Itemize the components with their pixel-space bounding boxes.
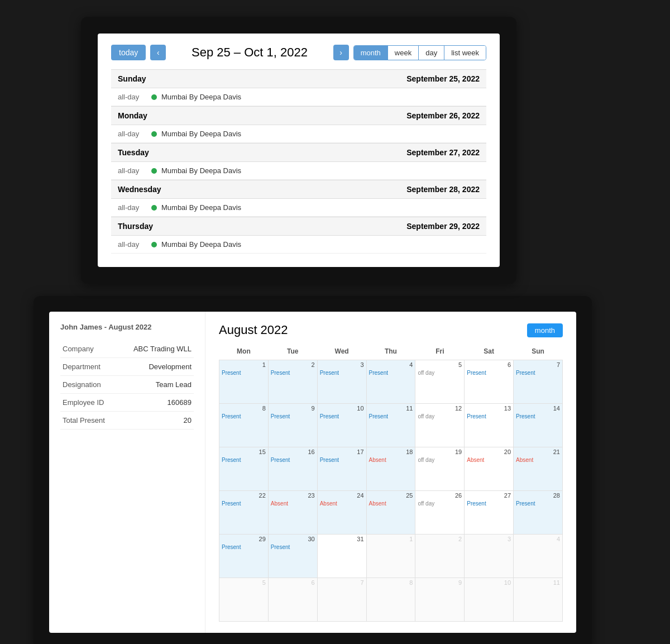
event-dot-icon (151, 168, 157, 174)
info-row: DepartmentDevelopment (60, 358, 194, 376)
cell-number: 29 (222, 536, 266, 542)
day-cell: 3 (465, 535, 514, 578)
cell-status: Present (222, 456, 266, 464)
day-cell: 26off day (415, 491, 465, 535)
cell-number: 1 (369, 536, 413, 542)
top-card: today ‹ Sep 25 – Oct 1, 2022 › month wee… (81, 17, 516, 284)
day-cell: 13Present (465, 404, 514, 447)
cell-number: 1 (222, 361, 266, 368)
info-label: Employee ID (60, 394, 121, 412)
prev-button[interactable]: ‹ (150, 45, 166, 60)
cell-number: 15 (222, 449, 266, 455)
week-row: 29Present30Present311234 (219, 535, 563, 578)
day-cell: 9Present (268, 404, 317, 447)
cell-status: Present (320, 369, 364, 376)
event-title: Mumbai By Deepa Davis (161, 203, 241, 212)
info-label: Company (60, 340, 121, 358)
cell-number: 25 (369, 492, 413, 499)
day-cell: 30Present (268, 535, 317, 578)
cell-number: 8 (369, 579, 413, 586)
day-view-button[interactable]: day (419, 46, 444, 60)
cell-number: 28 (516, 492, 560, 499)
day-cell: 10Present (317, 404, 366, 447)
cell-number: 12 (418, 405, 462, 412)
cell-number: 4 (369, 361, 413, 368)
event-time: all-day (118, 240, 151, 249)
cell-status: off day (418, 369, 462, 376)
info-value: ABC Trading WLL (121, 340, 194, 358)
cell-number: 16 (271, 449, 315, 455)
info-panel-title: John James - August 2022 (60, 323, 194, 331)
month-view-button[interactable]: month (354, 46, 388, 60)
today-button[interactable]: today (111, 45, 146, 60)
info-value: 160689 (121, 394, 194, 412)
day-cell: 11 (514, 578, 563, 622)
day-name: Tuesday (118, 148, 149, 157)
cell-number: 18 (369, 449, 413, 455)
cell-number: 23 (271, 492, 315, 499)
day-cell: 29Present (219, 535, 269, 578)
event-row[interactable]: all-dayMumbai By Deepa Davis (111, 125, 486, 143)
day-cell: 1 (366, 535, 415, 578)
day-cell: 8Present (219, 404, 269, 447)
cell-number: 9 (418, 579, 462, 586)
events-list: SundaySeptember 25, 2022all-dayMumbai By… (111, 69, 486, 254)
day-name: Thursday (118, 222, 153, 231)
month-button[interactable]: month (527, 323, 563, 337)
cell-number: 5 (418, 361, 462, 368)
cell-status: Present (467, 369, 511, 376)
listweek-view-button[interactable]: list week (444, 46, 486, 60)
cell-number: 26 (418, 492, 462, 499)
cell-status: Absent (467, 456, 511, 464)
day-cell: 2 (415, 535, 465, 578)
cell-status: Present (222, 413, 266, 420)
col-header: Sat (465, 345, 514, 360)
col-header: Sun (514, 345, 563, 360)
info-value: Development (121, 358, 194, 376)
cell-number: 13 (467, 405, 511, 412)
day-cell: 4Present (366, 360, 415, 404)
month-title: August 2022 (219, 323, 288, 337)
cell-status: off day (418, 413, 462, 420)
week-row: 567891011 (219, 578, 563, 622)
day-name: Wednesday (118, 185, 161, 194)
cell-number: 3 (467, 536, 511, 542)
day-cell: 27Present (465, 491, 514, 535)
event-row[interactable]: all-dayMumbai By Deepa Davis (111, 162, 486, 180)
info-label: Total Present (60, 412, 121, 430)
day-cell: 2Present (268, 360, 317, 404)
info-value: 20 (121, 412, 194, 430)
cell-status: Present (467, 413, 511, 420)
event-dot-icon (151, 94, 157, 100)
cell-status: Absent (369, 456, 413, 464)
event-row[interactable]: all-dayMumbai By Deepa Davis (111, 88, 486, 106)
info-table: CompanyABC Trading WLLDepartmentDevelopm… (60, 340, 194, 430)
col-header: Fri (415, 345, 465, 360)
date-range-title: Sep 25 – Oct 1, 2022 (170, 45, 328, 60)
cell-number: 2 (418, 536, 462, 542)
day-cell: 8 (366, 578, 415, 622)
week-view-button[interactable]: week (388, 46, 419, 60)
cell-number: 4 (516, 536, 560, 542)
day-cell: 19off day (415, 447, 465, 491)
cell-status: Present (222, 369, 266, 376)
event-dot-icon (151, 205, 157, 211)
day-cell: 16Present (268, 447, 317, 491)
day-header: WednesdaySeptember 28, 2022 (111, 180, 486, 199)
event-row[interactable]: all-dayMumbai By Deepa Davis (111, 236, 486, 254)
day-cell: 6 (268, 578, 317, 622)
event-row[interactable]: all-dayMumbai By Deepa Davis (111, 199, 486, 217)
event-dot-icon (151, 131, 157, 137)
cell-status: off day (418, 456, 462, 464)
cell-status: Absent (271, 500, 315, 507)
event-time: all-day (118, 203, 151, 212)
cell-number: 14 (516, 405, 560, 412)
day-cell: 14Present (514, 404, 563, 447)
week-row: 15Present16Present17Present18Absent19off… (219, 447, 563, 491)
day-cell: 9 (415, 578, 465, 622)
cell-number: 11 (516, 579, 560, 586)
day-date: September 28, 2022 (406, 185, 480, 194)
next-button[interactable]: › (333, 45, 349, 60)
day-cell: 11Present (366, 404, 415, 447)
day-cell: 3Present (317, 360, 366, 404)
